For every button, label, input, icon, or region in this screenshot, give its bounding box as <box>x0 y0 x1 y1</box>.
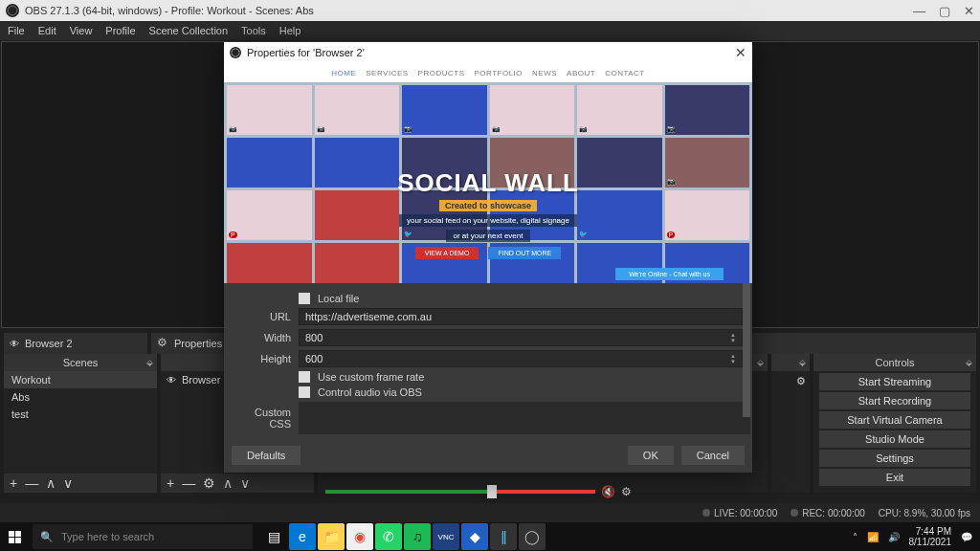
hero-subtitle: Created to showcase <box>439 200 537 211</box>
app-icon[interactable]: ‖ <box>490 523 517 550</box>
eye-icon <box>10 338 19 349</box>
start-button[interactable] <box>0 522 29 551</box>
menu-view[interactable]: View <box>70 25 93 36</box>
start-recording-button[interactable]: Start Recording <box>819 392 970 409</box>
properties-label: Properties <box>174 338 222 349</box>
window-title: OBS 27.1.3 (64-bit, windows) - Profile: … <box>25 5 314 16</box>
scene-item-workout[interactable]: Workout <box>4 371 157 388</box>
control-audio-checkbox[interactable] <box>299 386 310 398</box>
start-streaming-button[interactable]: Start Streaming <box>819 373 970 390</box>
close-button[interactable]: ✕ <box>964 4 974 18</box>
custom-frame-rate-label: Use custom frame rate <box>318 371 424 383</box>
cancel-button[interactable]: Cancel <box>681 446 745 465</box>
dialog-close-button[interactable]: ✕ <box>735 45 746 60</box>
remove-source-button[interactable]: — <box>182 475 195 491</box>
taskbar-apps: ▤ e 📁 ◉ ✆ ♫ VNC ◆ ‖ ◯ <box>260 523 546 550</box>
local-file-checkbox[interactable] <box>299 293 310 304</box>
add-scene-button[interactable]: + <box>10 475 17 491</box>
obs-logo-icon <box>6 4 19 17</box>
custom-frame-rate-checkbox[interactable] <box>299 371 310 383</box>
edge-icon[interactable]: e <box>289 523 316 550</box>
exit-button[interactable]: Exit <box>819 469 970 486</box>
menu-scene-collection[interactable]: Scene Collection <box>149 25 229 36</box>
remove-scene-button[interactable]: — <box>25 475 38 491</box>
width-input[interactable]: 800▲▼ <box>299 329 743 346</box>
visibility-toggle-icon[interactable] <box>167 374 176 386</box>
transition-settings-icon[interactable]: ⚙ <box>796 375 806 387</box>
settings-button[interactable]: Settings <box>819 450 970 467</box>
url-input[interactable] <box>299 308 743 325</box>
volume-handle[interactable] <box>487 485 497 498</box>
selected-source-label: Browser 2 <box>25 338 73 349</box>
form-scrollbar[interactable] <box>743 283 750 434</box>
nav-news: NEWS <box>532 69 557 77</box>
spotify-icon[interactable]: ♫ <box>404 523 431 550</box>
add-source-button[interactable]: + <box>167 475 174 491</box>
obs-taskbar-icon[interactable]: ◯ <box>519 523 546 550</box>
clock[interactable]: 7:44 PM 8/11/2021 <box>909 526 952 547</box>
explorer-icon[interactable]: 📁 <box>318 523 345 550</box>
scene-transitions-panel: ⬙ ⚙ <box>771 354 810 493</box>
controls-panel: Controls⬙ Start Streaming Start Recordin… <box>813 354 976 493</box>
start-virtual-camera-button[interactable]: Start Virtual Camera <box>819 411 970 429</box>
custom-css-input[interactable] <box>299 402 743 434</box>
whatsapp-icon[interactable]: ✆ <box>375 523 402 550</box>
volume-icon[interactable]: 🔊 <box>888 532 900 542</box>
scene-down-button[interactable]: ∨ <box>63 475 73 491</box>
taskbar-search[interactable]: 🔍 Type here to search <box>33 524 253 549</box>
maximize-button[interactable]: ▢ <box>939 4 950 18</box>
controls-header: Controls <box>876 357 915 368</box>
menu-edit[interactable]: Edit <box>38 25 56 36</box>
menu-file[interactable]: File <box>8 25 25 36</box>
height-input[interactable]: 600▲▼ <box>299 350 743 367</box>
minimize-button[interactable]: — <box>913 4 925 18</box>
source-down-button[interactable]: ∨ <box>240 475 250 491</box>
studio-mode-button[interactable]: Studio Mode <box>819 430 970 448</box>
menu-profile[interactable]: Profile <box>105 25 135 36</box>
mute-button[interactable]: 🔇 <box>601 485 615 498</box>
notifications-icon[interactable]: 💬 <box>961 532 972 542</box>
vnc-icon[interactable]: VNC <box>433 523 459 550</box>
panel-menu-icon[interactable]: ⬙ <box>966 358 972 367</box>
source-label: Browser 2 <box>182 374 230 386</box>
nav-about: ABOUT <box>567 69 595 77</box>
scene-item-test[interactable]: test <box>4 406 157 423</box>
windows-taskbar: 🔍 Type here to search ▤ e 📁 ◉ ✆ ♫ VNC ◆ … <box>0 522 980 551</box>
view-demo-button: VIEW A DEMO <box>415 247 479 259</box>
status-bar: LIVE: 00:00:00 REC: 00:00:00 CPU: 8.9%, … <box>0 503 980 522</box>
dialog-footer: Defaults OK Cancel <box>224 438 752 473</box>
obs-logo-icon <box>230 47 241 58</box>
nav-portfolio: PORTFOLIO <box>474 69 523 77</box>
audio-channel-strip: 🔇 ⚙ <box>325 483 632 500</box>
panel-menu-icon[interactable]: ⬙ <box>799 358 806 367</box>
panel-menu-icon[interactable]: ⬙ <box>146 358 153 367</box>
hero-line1: your social feed on your website, digita… <box>399 214 577 227</box>
properties-button[interactable]: Properties <box>151 333 228 354</box>
nav-services: SERVICES <box>366 69 408 77</box>
audio-settings-icon[interactable]: ⚙ <box>621 485 632 498</box>
scene-up-button[interactable]: ∧ <box>46 475 56 491</box>
defaults-button[interactable]: Defaults <box>232 446 301 465</box>
no-source-selected: Browser 2 <box>4 333 147 354</box>
panel-menu-icon[interactable]: ⬙ <box>757 358 764 367</box>
tray-up-icon[interactable]: ˄ <box>853 532 858 542</box>
width-label: Width <box>234 332 291 343</box>
menu-help[interactable]: Help <box>279 25 301 36</box>
nav-products: PRODUCTS <box>418 69 465 77</box>
source-settings-button[interactable]: ⚙ <box>203 475 215 491</box>
source-up-button[interactable]: ∧ <box>223 475 233 491</box>
scenes-header: Scenes <box>63 357 99 368</box>
chrome-icon[interactable]: ◉ <box>346 523 373 550</box>
network-icon[interactable]: 📶 <box>867 532 879 542</box>
menu-tools[interactable]: Tools <box>241 25 266 36</box>
window-titlebar: OBS 27.1.3 (64-bit, windows) - Profile: … <box>0 0 980 21</box>
volume-slider[interactable] <box>325 490 595 494</box>
hero-title: SOCIAL WALL <box>224 168 752 198</box>
kodi-icon[interactable]: ◆ <box>461 523 488 550</box>
cpu-status: CPU: 8.9%, 30.00 fps <box>879 508 970 518</box>
ok-button[interactable]: OK <box>628 446 674 465</box>
scene-item-abs[interactable]: Abs <box>4 388 157 406</box>
control-audio-label: Control audio via OBS <box>318 386 422 398</box>
task-view-icon[interactable]: ▤ <box>260 523 287 550</box>
url-label: URL <box>234 311 291 322</box>
